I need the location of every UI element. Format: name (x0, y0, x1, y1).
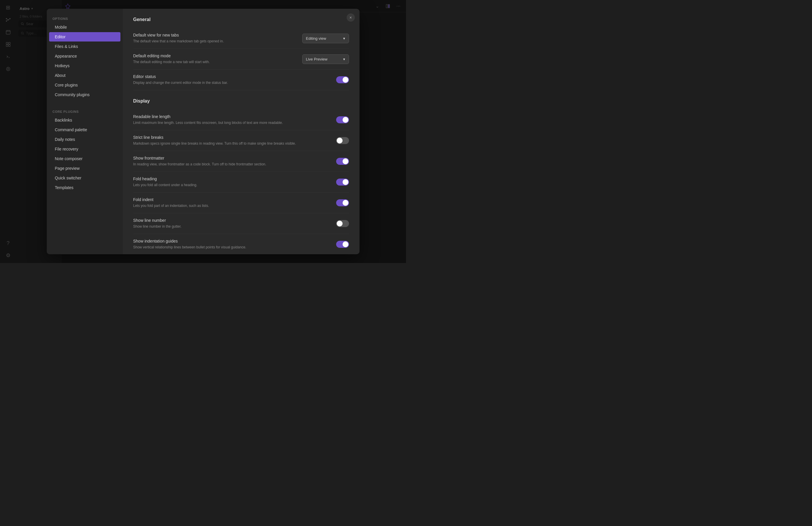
editor-status-toggle[interactable] (336, 76, 349, 83)
show-frontmatter-label: Show frontmatter (133, 156, 332, 160)
modal-overlay: × Options Mobile Editor Files & Links Ap… (0, 0, 406, 263)
options-label: Options (47, 13, 123, 22)
nav-item-quick-switcher[interactable]: Quick switcher (49, 173, 120, 182)
default-view-dropdown[interactable]: Editing view ▾ (302, 34, 349, 43)
nav-item-editor[interactable]: Editor (49, 32, 120, 42)
nav-item-appearance[interactable]: Appearance (49, 52, 120, 61)
general-title: General (133, 17, 349, 22)
show-line-number-label: Show line number (133, 218, 332, 223)
nav-item-hotkeys[interactable]: Hotkeys (49, 61, 120, 70)
editor-status-desc: Display and change the current editor mo… (133, 80, 332, 85)
editor-status-thumb (343, 77, 348, 83)
setting-show-line-number: Show line number Show line number in the… (133, 213, 349, 234)
default-editing-mode-label: Default editing mode (133, 54, 298, 58)
fold-indent-desc: Lets you fold part of an indentation, su… (133, 203, 332, 208)
default-editing-mode-dropdown[interactable]: Live Preview ▾ (302, 54, 349, 64)
show-frontmatter-desc: In reading view, show frontmatter as a c… (133, 162, 332, 167)
editor-status-label: Editor status (133, 74, 332, 79)
readable-line-toggle[interactable] (336, 116, 349, 123)
nav-item-about[interactable]: About (49, 71, 120, 80)
show-indentation-toggle[interactable] (336, 241, 349, 248)
strict-line-breaks-thumb (337, 137, 343, 144)
fold-heading-desc: Lets you fold all content under a headin… (133, 182, 332, 188)
nav-item-files-links[interactable]: Files & Links (49, 42, 120, 51)
show-indentation-label: Show indentation guides (133, 239, 332, 244)
setting-show-indentation: Show indentation guides Show vertical re… (133, 234, 349, 254)
show-frontmatter-thumb (343, 158, 348, 164)
nav-item-community-plugins[interactable]: Community plugins (49, 90, 120, 99)
setting-default-editing-mode: Default editing mode The default editing… (133, 49, 349, 70)
setting-default-view: Default view for new tabs The default vi… (133, 28, 349, 49)
readable-line-thumb (343, 117, 348, 123)
setting-fold-heading: Fold heading Lets you fold all content u… (133, 172, 349, 193)
default-view-desc: The default view that a new markdown tab… (133, 39, 298, 44)
core-plugins-label: Core plugins (47, 106, 123, 115)
nav-item-command-palette[interactable]: Command palette (49, 125, 120, 134)
nav-item-file-recovery[interactable]: File recovery (49, 144, 120, 154)
show-line-number-desc: Show line number in the gutter. (133, 224, 332, 229)
settings-sidebar: Options Mobile Editor Files & Links Appe… (47, 9, 123, 254)
setting-strict-line-breaks: Strict line breaks Markdown specs ignore… (133, 130, 349, 151)
nav-item-mobile[interactable]: Mobile (49, 23, 120, 32)
settings-modal: × Options Mobile Editor Files & Links Ap… (47, 9, 360, 254)
setting-show-frontmatter: Show frontmatter In reading view, show f… (133, 151, 349, 172)
show-line-number-thumb (337, 221, 343, 227)
fold-indent-thumb (343, 200, 348, 206)
nav-item-note-composer[interactable]: Note composer (49, 154, 120, 163)
fold-heading-toggle[interactable] (336, 178, 349, 186)
nav-item-daily-notes[interactable]: Daily notes (49, 135, 120, 144)
show-frontmatter-toggle[interactable] (336, 158, 349, 165)
settings-content: General Default view for new tabs The de… (123, 9, 360, 254)
show-indentation-desc: Show vertical relationship lines between… (133, 245, 332, 250)
close-button[interactable]: × (347, 13, 355, 21)
setting-fold-indent: Fold indent Lets you fold part of an ind… (133, 193, 349, 213)
fold-indent-label: Fold indent (133, 197, 332, 202)
setting-editor-status: Editor status Display and change the cur… (133, 70, 349, 90)
fold-heading-thumb (343, 179, 348, 185)
display-title: Display (133, 99, 349, 104)
show-indentation-thumb (343, 242, 348, 247)
strict-line-breaks-label: Strict line breaks (133, 135, 332, 140)
default-editing-mode-desc: The default editing mode a new tab will … (133, 59, 298, 64)
show-line-number-toggle[interactable] (336, 220, 349, 227)
nav-item-core-plugins[interactable]: Core plugins (49, 81, 120, 90)
nav-item-backlinks[interactable]: Backlinks (49, 115, 120, 125)
readable-line-desc: Limit maximum line length. Less content … (133, 120, 332, 126)
strict-line-breaks-desc: Markdown specs ignore single line breaks… (133, 141, 332, 146)
strict-line-breaks-toggle[interactable] (336, 137, 349, 144)
default-view-label: Default view for new tabs (133, 33, 298, 38)
setting-readable-line: Readable line length Limit maximum line … (133, 109, 349, 130)
fold-indent-toggle[interactable] (336, 199, 349, 206)
nav-item-page-preview[interactable]: Page preview (49, 164, 120, 173)
fold-heading-label: Fold heading (133, 176, 332, 181)
nav-item-templates[interactable]: Templates (49, 183, 120, 192)
readable-line-label: Readable line length (133, 114, 332, 119)
